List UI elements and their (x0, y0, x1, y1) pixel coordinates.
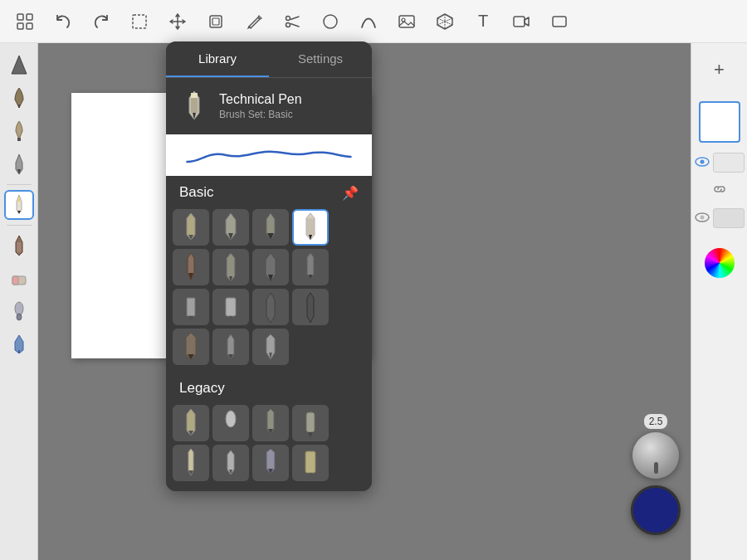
sidebar-divider-2 (7, 225, 32, 226)
redo-icon[interactable] (90, 10, 113, 33)
video-icon[interactable] (510, 10, 533, 33)
brush-item-l6[interactable] (212, 445, 249, 481)
brush-info: Technical Pen Brush Set: Basic (166, 78, 372, 134)
color-circle[interactable] (631, 485, 681, 535)
brush-item-l5[interactable] (173, 445, 209, 481)
svg-point-7 (286, 16, 290, 20)
layer-eye-icon-2[interactable] (695, 211, 710, 226)
layer-thumb-preview-2 (713, 208, 745, 228)
svg-point-29 (700, 160, 704, 164)
color-wheel[interactable] (705, 248, 735, 278)
brush-tool[interactable] (4, 149, 34, 179)
marker-tool[interactable] (4, 231, 34, 261)
brush-item-l3[interactable] (252, 405, 289, 441)
brush-item-l1[interactable] (173, 405, 209, 441)
tab-library[interactable]: Library (166, 41, 269, 77)
svg-rect-17 (17, 138, 21, 141)
brush-item-b12[interactable] (292, 289, 329, 325)
pin-icon[interactable]: 📌 (342, 185, 359, 201)
layer-icon[interactable] (204, 10, 227, 33)
brush-item-b7[interactable] (252, 249, 289, 285)
svg-rect-25 (306, 412, 315, 432)
image-icon[interactable] (395, 10, 418, 33)
basic-section-header: Basic 📌 (166, 176, 372, 206)
legacy-brush-grid (166, 402, 372, 488)
brush-item-b14[interactable] (212, 329, 249, 365)
svg-marker-16 (12, 56, 27, 74)
brush-list: Basic 📌 (166, 176, 372, 491)
brush-item-l4[interactable] (292, 405, 329, 441)
smudge-tool[interactable] (4, 297, 34, 327)
layer-visibility-row-1 (695, 153, 745, 173)
brush-item-b11[interactable] (252, 289, 289, 325)
brush-item-b15[interactable] (252, 329, 289, 365)
layer-thumbnail[interactable] (699, 101, 740, 143)
brush-item-b9[interactable] (173, 289, 209, 325)
texture-section-header: Texture Essentials (166, 488, 372, 491)
text-icon[interactable]: T (471, 10, 495, 33)
brush-item-b4-selected[interactable] (292, 209, 329, 246)
svg-point-31 (700, 216, 704, 220)
sidebar-divider-1 (7, 184, 32, 185)
svg-line-10 (290, 23, 299, 27)
frame-icon[interactable] (548, 10, 571, 33)
svg-rect-23 (226, 298, 236, 316)
knob-indicator (654, 462, 658, 474)
grid-icon[interactable] (13, 10, 37, 33)
pen1-tool[interactable] (4, 83, 34, 113)
undo-icon[interactable] (51, 10, 75, 33)
svg-rect-2 (17, 23, 23, 29)
layer-eye-icon-1[interactable] (695, 156, 710, 169)
brush-item-b10[interactable] (212, 289, 249, 325)
3d-icon[interactable] (433, 10, 456, 33)
svg-point-13 (402, 18, 405, 22)
brush-selected-icon (179, 88, 209, 124)
brush-panel: Library Settings Technical Pen Brush Set… (166, 41, 372, 491)
svg-point-8 (286, 22, 290, 27)
pen-icon[interactable] (242, 10, 266, 33)
layer-visibility-row-2 (695, 208, 745, 228)
size-control-area: 2.5 (631, 414, 681, 535)
brush-item-b3[interactable] (252, 209, 289, 246)
brush-item-l2[interactable] (212, 405, 249, 441)
svg-rect-12 (399, 16, 414, 27)
add-layer-button[interactable]: + (701, 51, 738, 88)
layer-link-icon[interactable] (713, 183, 726, 198)
left-sidebar (0, 43, 38, 560)
stroke-preview (166, 134, 372, 176)
tab-settings[interactable]: Settings (269, 41, 372, 77)
select-icon[interactable] (128, 10, 151, 33)
shape-icon[interactable] (319, 10, 342, 33)
brush-item-b6[interactable] (212, 249, 249, 285)
legacy-section-header: Legacy (166, 372, 372, 402)
legacy-section-title: Legacy (179, 380, 225, 397)
top-toolbar: T (0, 0, 747, 43)
scissors-icon[interactable] (281, 10, 304, 33)
brush-item-l8[interactable] (292, 445, 329, 481)
pencil-tool[interactable] (4, 190, 34, 220)
cone-tool[interactable] (4, 50, 34, 80)
svg-rect-14 (514, 17, 525, 27)
svg-rect-4 (133, 15, 146, 28)
size-value-label: 2.5 (644, 414, 668, 429)
brush-item-l7[interactable] (252, 445, 289, 481)
svg-rect-15 (553, 17, 566, 27)
move-icon[interactable] (166, 10, 189, 33)
fill-tool[interactable] (4, 330, 34, 360)
pen2-tool[interactable] (4, 116, 34, 146)
svg-point-21 (17, 314, 22, 320)
right-panel: + (691, 43, 747, 560)
svg-line-9 (290, 17, 299, 20)
layer-link-row (713, 183, 726, 198)
brush-item-b1[interactable] (173, 209, 209, 246)
basic-brush-grid (166, 206, 372, 372)
brush-item-b2[interactable] (212, 209, 249, 246)
svg-rect-0 (17, 14, 23, 20)
curve-icon[interactable] (357, 10, 380, 33)
svg-rect-6 (212, 18, 219, 25)
brush-item-b8[interactable] (292, 249, 329, 285)
size-knob[interactable] (632, 432, 679, 479)
brush-item-b5[interactable] (173, 249, 209, 285)
eraser-tool[interactable] (4, 264, 34, 294)
brush-item-b13[interactable] (173, 329, 209, 365)
